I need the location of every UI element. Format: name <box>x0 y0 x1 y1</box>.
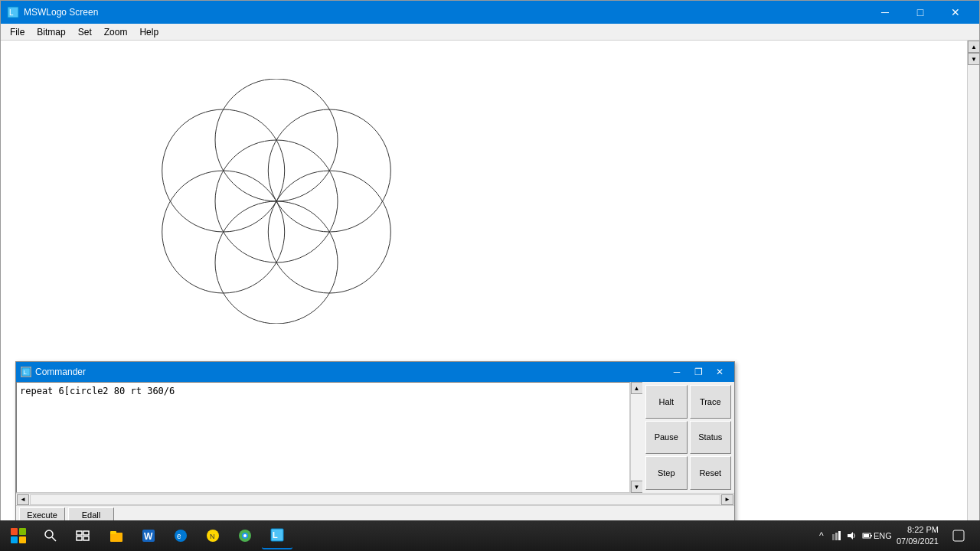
word-button[interactable]: W <box>133 522 164 549</box>
svg-text:L: L <box>9 8 14 17</box>
commander-title-text: Commander <box>35 367 86 377</box>
menu-bitmap[interactable]: Bitmap <box>31 25 71 39</box>
commander-icon: L <box>21 367 31 377</box>
cmd-scroll-down[interactable]: ▼ <box>631 481 643 493</box>
commander-text-area[interactable]: repeat 6[circle2 80 rt 360/6 <box>16 382 630 493</box>
commander-window: L Commander ─ ❐ ✕ repeat 6[circle2 80 rt… <box>15 361 735 524</box>
edge-icon: e <box>173 528 188 543</box>
title-bar-controls: ─ □ ✕ <box>867 1 973 24</box>
commander-close[interactable]: ✕ <box>710 364 730 380</box>
search-button[interactable] <box>37 523 64 548</box>
tray-volume-icon[interactable] <box>846 530 858 542</box>
battery-icon <box>862 530 873 541</box>
reset-button[interactable]: Reset <box>690 456 732 490</box>
tray-overflow-icon[interactable]: ^ <box>815 530 828 542</box>
svg-rect-35 <box>864 534 869 537</box>
svg-rect-37 <box>953 530 964 541</box>
commander-h-scrollbar[interactable]: ◄ ► <box>16 493 734 505</box>
start-button[interactable] <box>3 523 34 548</box>
notification-icon <box>952 530 965 542</box>
commander-minimize[interactable]: ─ <box>667 364 687 380</box>
trace-button[interactable]: Trace <box>690 385 732 419</box>
taskbar: W e N <box>0 520 980 551</box>
window-title: MSWLogo Screen <box>24 7 98 18</box>
norton-icon: N <box>205 528 220 543</box>
commander-buttons: Halt Trace Pause Status Step Reset <box>642 382 734 493</box>
commander-restore[interactable]: ❐ <box>688 364 708 380</box>
mswlogo-icon: L <box>270 527 285 543</box>
svg-marker-33 <box>848 532 853 540</box>
clock-time: 8:22 PM <box>897 524 939 536</box>
title-bar-left: L MSWLogo Screen <box>7 6 98 18</box>
step-button[interactable]: Step <box>645 456 688 490</box>
commander-command-text: repeat 6[circle2 80 rt 360/6 <box>20 386 626 396</box>
svg-point-27 <box>243 534 247 537</box>
commander-scrollbar[interactable]: ▲ ▼ <box>630 382 642 493</box>
system-tray: ^ <box>809 523 977 548</box>
maximize-button[interactable]: □ <box>903 1 938 24</box>
commander-window-controls: ─ ❐ ✕ <box>667 364 730 380</box>
volume-icon <box>847 530 858 541</box>
pause-button[interactable]: Pause <box>645 421 688 455</box>
svg-rect-18 <box>110 531 116 534</box>
svg-rect-16 <box>83 536 89 540</box>
svg-point-11 <box>45 530 53 538</box>
word-icon: W <box>141 528 156 543</box>
svg-text:L: L <box>24 369 28 376</box>
commander-body: repeat 6[circle2 80 rt 360/6 ▲ ▼ Halt Tr… <box>16 382 734 493</box>
svg-text:e: e <box>177 532 181 540</box>
right-scrollbar[interactable]: ▲ ▼ <box>967 41 979 523</box>
chrome-icon <box>237 528 253 543</box>
h-scroll-right[interactable]: ► <box>721 494 733 505</box>
file-explorer-icon <box>109 528 124 543</box>
svg-rect-13 <box>77 531 82 535</box>
svg-rect-15 <box>77 536 82 540</box>
norton-button[interactable]: N <box>198 522 228 549</box>
taskbar-apps: W e N <box>101 522 292 549</box>
commander-title-bar: L Commander ─ ❐ ✕ <box>16 362 734 382</box>
menu-set[interactable]: Set <box>72 25 98 39</box>
tray-language-label[interactable]: ENG <box>877 530 889 542</box>
cmd-scroll-track <box>631 394 643 481</box>
edge-button[interactable]: e <box>165 522 196 549</box>
tray-network-icon[interactable] <box>831 530 843 542</box>
halt-button[interactable]: Halt <box>645 385 688 419</box>
network-icon <box>831 530 842 541</box>
menu-bar: File Bitmap Set Zoom Help <box>1 24 979 41</box>
task-view-icon <box>76 529 90 543</box>
svg-line-12 <box>52 537 56 541</box>
minimize-button[interactable]: ─ <box>867 1 903 24</box>
taskbar-clock[interactable]: 8:22 PM 07/09/2021 <box>893 524 942 548</box>
notification-center-button[interactable] <box>946 523 971 548</box>
tray-battery-icon[interactable] <box>861 530 874 542</box>
svg-rect-31 <box>835 533 838 540</box>
menu-help[interactable]: Help <box>133 25 165 39</box>
app-icon: L <box>7 6 19 18</box>
chrome-button[interactable] <box>230 522 260 549</box>
file-explorer-button[interactable] <box>101 522 132 549</box>
clock-date: 07/09/2021 <box>897 536 939 547</box>
svg-rect-36 <box>871 535 872 536</box>
search-icon <box>44 529 57 543</box>
svg-rect-14 <box>83 531 89 535</box>
mswlogo-button[interactable]: L <box>262 522 292 549</box>
windows-logo-icon <box>11 528 26 543</box>
scroll-up-arrow[interactable]: ▲ <box>968 41 979 53</box>
svg-text:L: L <box>273 530 278 540</box>
close-button[interactable]: ✕ <box>938 1 973 24</box>
title-bar: L MSWLogo Screen ─ □ ✕ <box>1 1 979 24</box>
svg-text:W: W <box>144 531 153 542</box>
svg-text:N: N <box>210 533 215 540</box>
svg-rect-30 <box>832 534 835 540</box>
task-view-button[interactable] <box>67 522 98 549</box>
status-button[interactable]: Status <box>690 421 732 455</box>
tray-icons: ^ <box>815 530 889 542</box>
svg-rect-32 <box>838 531 841 540</box>
menu-zoom[interactable]: Zoom <box>98 25 134 39</box>
scroll-down-arrow[interactable]: ▼ <box>968 53 979 65</box>
commander-title-left: L Commander <box>21 367 86 377</box>
cmd-scroll-up[interactable]: ▲ <box>631 382 643 394</box>
h-scroll-left[interactable]: ◄ <box>17 494 29 505</box>
menu-file[interactable]: File <box>4 25 31 39</box>
flower-of-life <box>154 79 399 324</box>
